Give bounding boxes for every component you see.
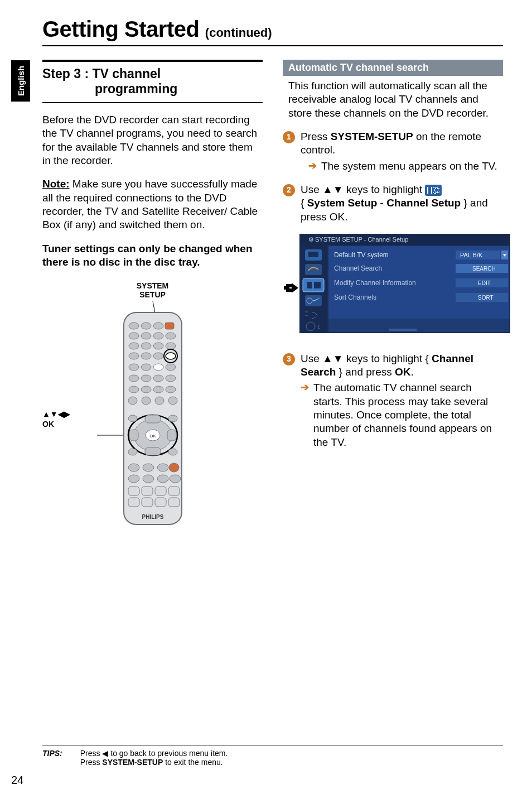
svg-point-32: [128, 397, 137, 405]
svg-point-14: [166, 343, 176, 349]
step-prefix: Step 3 :: [42, 66, 89, 81]
svg-point-31: [166, 386, 176, 393]
svg-point-8: [141, 333, 151, 339]
svg-point-20: [129, 364, 139, 370]
tips-label: TIPS:: [42, 749, 62, 758]
svg-rect-59: [168, 487, 180, 495]
page-number: 24: [11, 774, 23, 787]
arrow-icon: ➔: [301, 381, 309, 449]
svg-rect-40: [129, 430, 138, 441]
remote-icon: OK: [97, 301, 209, 536]
svg-point-27: [166, 375, 176, 382]
menu-row-1-label: Channel Search: [334, 264, 382, 272]
svg-rect-41: [167, 430, 176, 441]
menu-row-0-value: PAL B/K: [460, 252, 483, 258]
tips-2-a: Press: [80, 758, 103, 767]
step-line-2: programming: [95, 81, 263, 97]
svg-point-10: [166, 333, 176, 339]
svg-point-51: [169, 463, 179, 472]
step-2: 2 Use ▲▼ keys to highlight { System Setu…: [283, 183, 503, 224]
tuner-warning: Tuner settings can only be changed when …: [42, 242, 263, 269]
svg-point-30: [153, 386, 163, 393]
subheader-automatic-search: Automatic TV channel search: [283, 60, 503, 76]
svg-rect-74: [305, 264, 322, 275]
tips-1-b: to go back to previous menu item.: [108, 749, 228, 758]
svg-rect-62: [155, 498, 166, 507]
svg-point-13: [153, 343, 163, 349]
step-1-result-row: ➔ The system menu appears on the TV.: [308, 160, 503, 173]
svg-point-7: [129, 333, 139, 339]
tips-line-2: Press SYSTEM-SETUP to exit the menu.: [80, 758, 223, 767]
remote-top-2: SETUP: [139, 290, 166, 299]
remote-top-1: SYSTEM: [137, 281, 169, 290]
svg-rect-63: [168, 498, 180, 507]
step-2-bold: System Setup - Channel Setup: [307, 197, 461, 209]
svg-text:1: 1: [317, 324, 320, 330]
intro-paragraph: Before the DVD recorder can start record…: [42, 113, 263, 167]
tuner-icon: [425, 185, 442, 196]
svg-point-15: [129, 353, 139, 359]
page-root: English Getting Started (continued) Step…: [0, 0, 532, 799]
svg-rect-91: [389, 329, 417, 331]
svg-text:⚙: ⚙: [308, 236, 314, 243]
svg-point-12: [141, 343, 151, 349]
svg-rect-75: [303, 278, 324, 292]
svg-point-22: [153, 364, 163, 370]
svg-point-26: [153, 375, 163, 382]
step-3: 3 Use ▲▼ keys to highlight { Channel Sea…: [283, 352, 503, 449]
title-rule: [42, 45, 503, 46]
svg-point-53: [143, 475, 154, 483]
step-2-badge: 2: [283, 184, 295, 196]
svg-point-21: [141, 364, 151, 370]
language-tab: English: [11, 60, 30, 102]
step-1-badge: 1: [283, 131, 295, 143]
menu-screenshot: ⚙ SYSTEM SETUP - Channel Setup: [283, 234, 503, 336]
left-arrow-icon: ◀: [102, 749, 108, 758]
svg-point-49: [143, 464, 154, 471]
note-paragraph: Note: Make sure you have successfully ma…: [42, 177, 263, 232]
step-2-body: Use ▲▼ keys to highlight { System Setup …: [301, 183, 503, 224]
svg-rect-73: [308, 252, 318, 257]
svg-rect-58: [155, 487, 166, 495]
svg-point-52: [128, 475, 139, 483]
columns: Step 3 : TV channel programming Before t…: [42, 54, 503, 536]
remote-brand-text: PHILIPS: [142, 514, 163, 520]
svg-point-18: [166, 353, 176, 359]
title-main: Getting Started: [42, 17, 199, 41]
svg-point-16: [141, 353, 151, 359]
svg-rect-76: [307, 282, 312, 288]
svg-point-46: [128, 449, 137, 455]
step-line-1: Step 3 : TV channel: [42, 66, 263, 81]
step-3-body: Use ▲▼ keys to highlight { Channel Searc…: [301, 352, 503, 449]
svg-point-54: [157, 475, 168, 483]
arrow-icon: ➔: [308, 160, 317, 173]
menu-row-0-label: Default TV system: [334, 251, 389, 259]
right-column: Automatic TV channel search This functio…: [283, 54, 503, 536]
svg-rect-6: [165, 323, 174, 329]
remote-figure: SYSTEM SETUP ▲▼◀▶ OK: [42, 281, 263, 536]
step-1-key: SYSTEM-SETUP: [331, 131, 413, 142]
tips-line-1: Press ◀ to go back to previous menu item…: [80, 749, 228, 758]
svg-rect-66: [286, 288, 292, 292]
step-3-c: .: [411, 366, 414, 378]
svg-point-33: [142, 397, 151, 405]
remote-top-caption: SYSTEM SETUP: [42, 281, 263, 299]
svg-rect-61: [142, 498, 153, 507]
step-title-1: TV channel: [92, 66, 161, 81]
svg-point-5: [153, 323, 163, 329]
menu-breadcrumb: SYSTEM SETUP - Channel Setup: [315, 236, 408, 243]
svg-point-11: [129, 343, 139, 349]
svg-point-9: [153, 333, 163, 339]
step-2-a: Use ▲▼ keys to highlight: [301, 184, 425, 195]
svg-rect-65: [286, 284, 292, 287]
svg-rect-90: [328, 319, 509, 332]
svg-point-47: [168, 449, 177, 455]
remote-left-caption: ▲▼◀▶ OK: [42, 410, 70, 429]
menu-row-2-label: Modify Channel Information: [334, 279, 416, 287]
left-column: Step 3 : TV channel programming Before t…: [42, 54, 263, 536]
svg-point-17: [153, 353, 163, 359]
menu-row-3-label: Sort Channels: [334, 293, 376, 301]
tips-2-b: to exit the menu.: [163, 758, 223, 767]
note-label: Note:: [42, 178, 70, 190]
svg-point-35: [168, 397, 177, 405]
